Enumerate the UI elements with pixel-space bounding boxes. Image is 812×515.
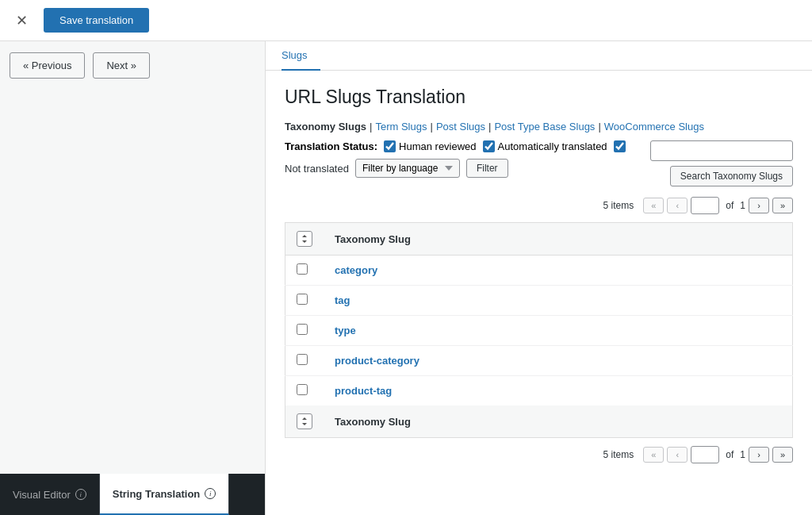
third-checkbox-group	[614, 140, 626, 152]
row-checkbox[interactable]	[297, 354, 308, 365]
filter-button[interactable]: Filter	[466, 159, 508, 178]
string-translation-info-icon: i	[205, 488, 216, 499]
auto-translated-group: Automatically translated	[483, 140, 607, 152]
next-page-button[interactable]: ›	[749, 198, 769, 213]
sort-icon[interactable]	[297, 231, 312, 247]
table-row: type	[285, 316, 793, 346]
page-body: URL Slugs Translation Taxonomy Slugs | T…	[266, 71, 812, 487]
last-page-button[interactable]: »	[772, 198, 793, 213]
bottom-next-page-button[interactable]: ›	[749, 447, 769, 463]
taxonomy-slug-footer: Taxonomy Slug	[324, 405, 793, 438]
total-pages: 1	[740, 200, 745, 211]
table-row: category	[285, 256, 793, 286]
page-number-input[interactable]: 1	[691, 197, 719, 214]
nav-buttons: « Previous Next »	[0, 41, 265, 90]
top-pagination-row: 5 items « ‹ 1 of 1 › »	[285, 197, 793, 214]
row-checkbox-cell	[285, 376, 324, 406]
row-checkbox-cell	[285, 286, 324, 316]
slugs-table: Taxonomy Slug category tag	[285, 222, 793, 438]
slug-link[interactable]: product-tag	[335, 385, 392, 397]
visual-editor-info-icon: i	[75, 489, 86, 500]
row-checkbox[interactable]	[297, 324, 308, 335]
bottom-of-label: of	[726, 449, 733, 460]
bottom-prev-page-button[interactable]: ‹	[667, 447, 688, 463]
top-bar: ✕ Save translation	[0, 0, 812, 41]
post-type-base-slugs-link[interactable]: Post Type Base Slugs	[494, 121, 595, 133]
not-translated-label: Not translated	[285, 163, 349, 175]
filter-links: Taxonomy Slugs | Term Slugs | Post Slugs…	[285, 121, 793, 133]
first-page-button[interactable]: «	[643, 198, 664, 213]
slug-link[interactable]: type	[335, 325, 356, 336]
controls-left: Translation Status: Human reviewed Autom…	[285, 140, 641, 189]
items-count: 5 items	[603, 200, 634, 211]
human-reviewed-checkbox[interactable]	[384, 140, 396, 152]
row-slug-cell: tag	[324, 286, 793, 316]
table-header-row: Taxonomy Slug	[285, 223, 793, 256]
bottom-page-number-input[interactable]: 1	[691, 446, 719, 463]
next-button[interactable]: Next »	[93, 52, 150, 79]
previous-button[interactable]: « Previous	[10, 52, 85, 79]
translation-status-label: Translation Status:	[285, 140, 377, 152]
status-row: Translation Status: Human reviewed Autom…	[285, 140, 641, 152]
woocommerce-slugs-link[interactable]: WooCommerce Slugs	[604, 121, 704, 133]
string-translation-label: String Translation	[113, 488, 201, 500]
tabs-bar: Slugs	[266, 41, 812, 71]
row-slug-cell: category	[324, 256, 793, 286]
bottom-pagination-row: 5 items « ‹ 1 of 1 › »	[285, 446, 793, 463]
search-taxonomy-button[interactable]: Search Taxonomy Slugs	[670, 166, 793, 186]
bottom-last-page-button[interactable]: »	[772, 447, 793, 463]
taxonomy-slugs-label: Taxonomy Slugs	[285, 121, 366, 133]
table-footer-row: Taxonomy Slug	[285, 405, 793, 438]
slug-link[interactable]: product-category	[335, 355, 419, 367]
row-checkbox[interactable]	[297, 294, 308, 305]
row-checkbox-cell	[285, 316, 324, 346]
term-slugs-link[interactable]: Term Slugs	[375, 121, 427, 133]
sidebar-footer: Visual Editor i String Translation i	[0, 474, 265, 515]
footer-sort-icon[interactable]	[297, 413, 312, 429]
controls-right: Search Taxonomy Slugs	[650, 140, 793, 186]
auto-translated-checkbox[interactable]	[483, 140, 495, 152]
row-checkbox-cell	[285, 346, 324, 376]
auto-translated-label: Automatically translated	[498, 140, 607, 152]
save-translation-button[interactable]: Save translation	[44, 8, 149, 33]
bottom-items-count: 5 items	[603, 449, 634, 460]
row-checkbox[interactable]	[297, 384, 308, 395]
main-content: Slugs URL Slugs Translation Taxonomy Slu…	[266, 41, 812, 515]
table-row: product-tag	[285, 376, 793, 406]
table-row: product-category	[285, 346, 793, 376]
row-checkbox[interactable]	[297, 263, 308, 275]
language-filter-select[interactable]: Filter by language English French German	[355, 159, 460, 178]
visual-editor-label: Visual Editor	[13, 489, 71, 501]
sidebar: « Previous Next » Visual Editor i String…	[0, 41, 266, 515]
row-slug-cell: product-category	[324, 346, 793, 376]
tab-slugs[interactable]: Slugs	[282, 41, 320, 71]
search-taxonomy-input[interactable]	[650, 140, 793, 161]
slug-link[interactable]: tag	[335, 294, 350, 306]
human-reviewed-label: Human reviewed	[399, 140, 477, 152]
visual-editor-tab[interactable]: Visual Editor i	[0, 474, 100, 515]
post-slugs-link[interactable]: Post Slugs	[436, 121, 485, 133]
bottom-first-page-button[interactable]: «	[643, 447, 664, 463]
table-row: tag	[285, 286, 793, 316]
human-reviewed-group: Human reviewed	[384, 140, 477, 152]
of-label: of	[726, 200, 733, 211]
close-button[interactable]: ✕	[10, 9, 34, 33]
bottom-total-pages: 1	[740, 449, 745, 460]
page-title: URL Slugs Translation	[285, 86, 793, 108]
main-layout: « Previous Next » Visual Editor i String…	[0, 41, 812, 515]
third-checkbox[interactable]	[614, 140, 626, 152]
not-translated-row: Not translated Filter by language Englis…	[285, 159, 641, 178]
slugs-table-body: category tag type product-category	[285, 256, 793, 406]
row-slug-cell: type	[324, 316, 793, 346]
row-checkbox-cell	[285, 256, 324, 286]
taxonomy-slug-header: Taxonomy Slug	[324, 223, 793, 256]
footer-checkbox-cell	[285, 405, 324, 438]
header-checkbox-cell	[285, 223, 324, 256]
prev-page-button[interactable]: ‹	[667, 198, 688, 213]
row-slug-cell: product-tag	[324, 376, 793, 406]
controls-wrapper: Translation Status: Human reviewed Autom…	[285, 140, 793, 189]
slug-link[interactable]: category	[335, 264, 377, 276]
string-translation-tab[interactable]: String Translation i	[100, 474, 230, 515]
